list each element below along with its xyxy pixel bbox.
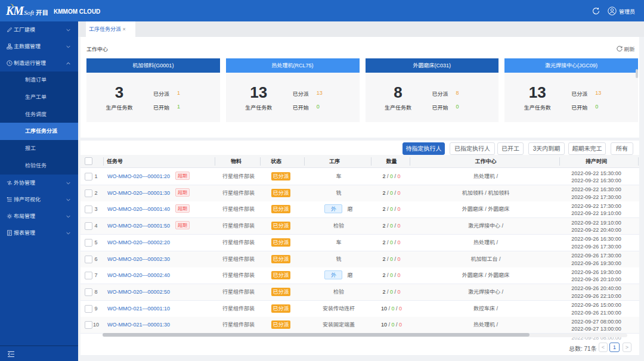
svg-text:开目: 开目 [36, 9, 48, 16]
svg-text:KM: KM [5, 4, 24, 17]
svg-text:Soft: Soft [24, 9, 35, 16]
